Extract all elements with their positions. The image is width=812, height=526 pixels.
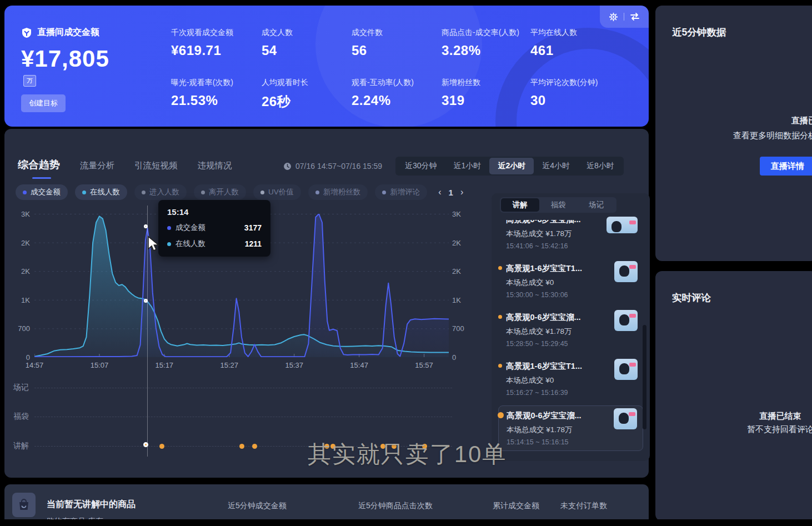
create-goal-button[interactable]: 创建目标	[21, 94, 66, 112]
metric-value: 54	[262, 43, 352, 58]
trend-tab-label: 综合趋势	[18, 159, 60, 171]
product-thumbnail	[614, 359, 638, 380]
no-product-text: 当前暂无讲解中的商品	[47, 499, 136, 510]
legend-dot	[201, 191, 205, 194]
y-tick-label: 2K	[452, 267, 474, 275]
explain-event-dot[interactable]	[159, 444, 164, 449]
legend-pill[interactable]: 离开人数	[194, 184, 246, 200]
legend-pill[interactable]: UV价值	[253, 184, 301, 200]
trend-tab-bar: 综合趋势流量分析引流短视频违规情况	[18, 158, 232, 172]
product-event-dot	[498, 412, 504, 418]
tooltip-row: 成交金额3177	[167, 223, 262, 233]
swap-icon[interactable]	[630, 13, 640, 21]
bottom-metric-label: 近5分钟成交金额	[228, 501, 287, 511]
range-button[interactable]: 近30分钟	[397, 158, 445, 174]
comments-ended-notice: 直播已结束 暂不支持回看评论	[700, 411, 812, 435]
explain-panel: 讲解福袋场记 高景观0-6岁宝宝溜...本场总成交 ¥1.78万15:41:06…	[492, 193, 650, 461]
live-detail-button[interactable]: 直播详情	[760, 157, 812, 176]
product-time-range: 15:16:27 ~ 15:16:39	[506, 389, 640, 397]
product-item[interactable]: 高景观0-6岁宝宝溜...本场总成交 ¥1.78万15:41:06 ~ 15:4…	[498, 216, 643, 254]
range-button[interactable]: 近2小时	[489, 158, 534, 174]
five-min-title: 近5分钟数据	[672, 26, 726, 39]
page-prev-icon[interactable]: ‹	[437, 187, 443, 197]
y-tick-label: 0	[4, 353, 30, 362]
explain-tab[interactable]: 讲解	[501, 198, 539, 212]
legend-pill[interactable]: 进入人数	[134, 184, 187, 200]
x-tick-label: 15:27	[220, 361, 239, 369]
tooltip-series-dot	[167, 226, 171, 230]
page-number: 1	[449, 188, 453, 197]
page-next-icon[interactable]: ›	[459, 187, 465, 197]
legend-pill[interactable]: 新增粉丝数	[308, 184, 368, 200]
letterbox-strip	[0, 519, 812, 526]
banner-metric: 千次观看成交金额¥619.71	[171, 28, 262, 78]
bottom-metric-label: 累计成交金额	[493, 501, 539, 511]
metric-label: 曝光-观看率(次数)	[171, 78, 262, 88]
banner-metric: 平均在线人数461	[530, 28, 619, 78]
y-tick-label: 2K	[4, 239, 30, 247]
product-title: 高景观0-6岁宝宝溜...	[506, 220, 595, 225]
tooltip-series-label: 在线人数	[176, 239, 205, 249]
metric-label: 成交件数	[352, 28, 442, 38]
time-range-group: 近30分钟近1小时近2小时近4小时近8小时	[395, 157, 624, 176]
x-tick-label: 15:47	[350, 361, 368, 369]
trend-tab-label: 违规情况	[198, 161, 232, 170]
legend-pill[interactable]: 在线人数	[75, 184, 127, 200]
product-title-clipped: 高景观0-6岁宝宝溜...	[506, 220, 595, 225]
legend-label: 在线人数	[90, 187, 120, 197]
legend-label: 成交金额	[31, 187, 61, 197]
y-tick-label: 3K	[4, 210, 30, 218]
product-title: 高景观1-6岁宝宝T1...	[506, 361, 595, 372]
product-time-range: 15:30:00 ~ 15:30:06	[506, 291, 640, 299]
clock-icon	[283, 162, 292, 171]
metric-label: 千次观看成交金额	[171, 28, 262, 38]
metric-label: 人均观看时长	[262, 78, 352, 88]
trend-tab[interactable]: 违规情况	[198, 160, 232, 172]
marker-row-line	[34, 417, 452, 417]
explain-tab[interactable]: 场记	[577, 198, 615, 212]
metric-label: 观看-互动率(人数)	[352, 78, 442, 88]
metric-value: 56	[352, 43, 442, 58]
product-event-dot	[498, 315, 502, 319]
legend-label: 新增评论	[390, 187, 420, 197]
product-item[interactable]: 高景观1-6岁宝宝T1...本场总成交 ¥015:30:00 ~ 15:30:0…	[498, 259, 643, 303]
range-button[interactable]: 近1小时	[445, 158, 490, 174]
product-thumbnail	[614, 261, 638, 282]
product-thumbnail	[614, 408, 637, 429]
unit-badge: 万	[23, 75, 36, 87]
gear-icon[interactable]	[609, 12, 618, 22]
summary-banner: 直播间成交金额 ¥17,805 万 创建目标 千次观看成交金额¥619.71成交…	[4, 6, 649, 127]
scrollbar[interactable]	[643, 325, 646, 429]
tooltip-series-value: 3177	[244, 223, 262, 232]
banner-metric: 观看-互动率(人数)2.24%	[352, 78, 442, 127]
y-tick-label: 1K	[452, 296, 474, 304]
main-gmv-value: ¥17,805	[21, 47, 109, 71]
legend-dot	[23, 191, 27, 194]
y-tick-label: 700	[4, 324, 30, 333]
y-tick-label: 3K	[452, 210, 474, 218]
product-item[interactable]: 高景观0-6岁宝宝溜...本场总成交 ¥1.78万15:28:50 ~ 15:2…	[498, 308, 643, 352]
y-tick-label: 2K	[4, 267, 30, 275]
legend-pill[interactable]: 新增评论	[375, 184, 427, 200]
product-time-range: 15:41:06 ~ 15:42:16	[506, 242, 640, 250]
banner-metric: 商品点击-成交率(人数)3.28%	[442, 28, 530, 78]
main-gmv-block: 直播间成交金额 ¥17,805 万 创建目标	[21, 27, 109, 112]
explain-tab[interactable]: 福袋	[539, 198, 578, 212]
trend-tab[interactable]: 流量分析	[80, 160, 114, 172]
metric-label: 成交人数	[262, 28, 352, 38]
legend-pill[interactable]: 成交金额	[16, 184, 68, 200]
trend-tab[interactable]: 引流短视频	[134, 160, 178, 172]
product-event-dot	[498, 364, 502, 368]
product-list: 高景观0-6岁宝宝溜...本场总成交 ¥1.78万15:41:06 ~ 15:4…	[492, 216, 650, 455]
trend-tab[interactable]: 综合趋势	[18, 158, 60, 172]
product-thumbnail	[614, 310, 638, 331]
y-tick-label: 700	[452, 324, 474, 333]
product-item[interactable]: 高景观1-6岁宝宝T1...本场总成交 ¥015:16:27 ~ 15:16:3…	[498, 357, 643, 401]
range-button[interactable]: 近8小时	[578, 158, 623, 174]
range-button[interactable]: 近4小时	[534, 158, 578, 174]
y-tick-label: 2K	[452, 239, 474, 247]
legend-label: 进入人数	[149, 187, 179, 197]
divider	[624, 13, 624, 21]
bottom-metric-label: 近5分钟商品点击次数	[358, 501, 433, 511]
chart-tooltip: 15:14 成交金额3177在线人数1211	[158, 200, 270, 257]
